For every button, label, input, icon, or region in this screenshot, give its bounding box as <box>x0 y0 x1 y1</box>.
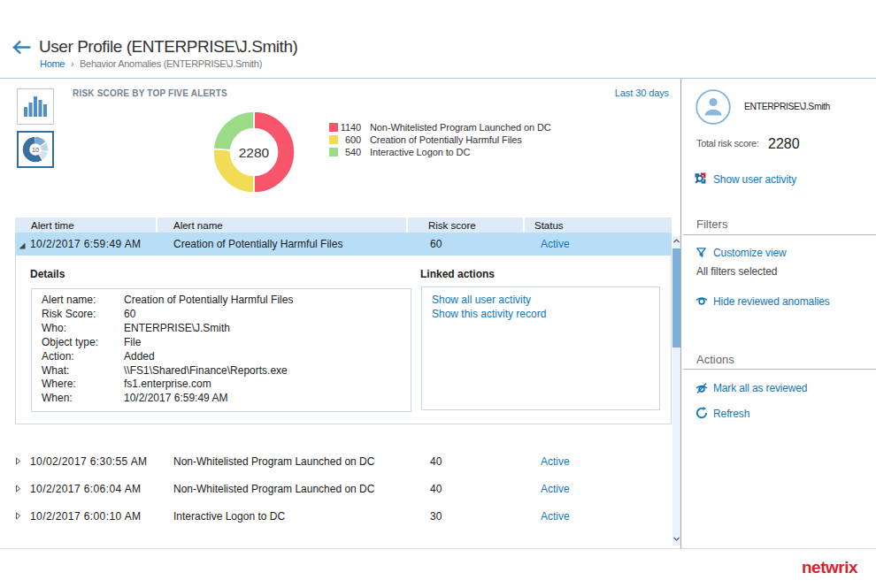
svg-text:10: 10 <box>32 147 39 153</box>
